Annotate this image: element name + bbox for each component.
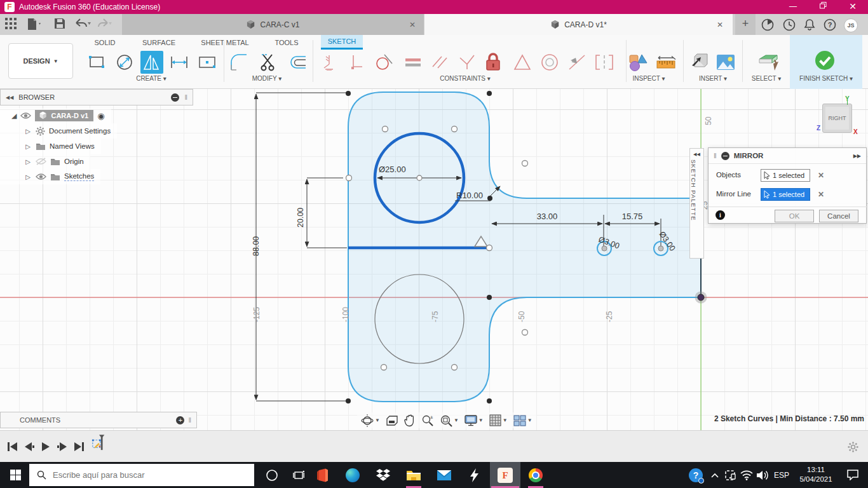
env-tab-sheet-metal[interactable]: SHEET METAL [194,35,256,50]
user-avatar[interactable]: JS [844,18,858,32]
browser-root-row[interactable]: ◢ CARA-D v1 ◉ [0,108,111,123]
taskbar-explorer-icon[interactable] [398,462,429,488]
file-menu-icon[interactable] [27,18,42,32]
objects-selection-button[interactable]: 1 selected [761,169,810,182]
mirror-line-clear-icon[interactable]: ✕ [818,190,824,199]
panel-grip-icon[interactable]: ‖ [188,416,191,424]
browser-item-document-settings[interactable]: ▷ Document Settings [0,123,117,139]
viewcube[interactable]: RIGHT [822,104,852,133]
minimize-button[interactable]: — [780,0,806,14]
job-status-clock-icon[interactable] [783,18,796,31]
cancel-button[interactable]: Cancel [819,210,858,222]
visibility-eye-icon[interactable] [20,112,31,119]
dim-20-text[interactable]: 20.00 [296,208,305,227]
eye-hidden-icon[interactable] [36,158,46,165]
env-tab-surface[interactable]: SURFACE [133,35,184,50]
origin-point[interactable] [698,294,704,301]
constraint-fix-lock-icon[interactable] [482,51,505,74]
mirror-dialog-header[interactable]: ‖ MIRROR ▶▶ [709,148,866,164]
constraint-polygon-icon[interactable] [511,51,534,74]
app-grid-icon[interactable] [5,18,20,32]
constraint-perpendicular-icon[interactable] [456,51,478,74]
visibility-eye-icon[interactable] [36,173,46,180]
measure-ruler-icon[interactable] [654,51,677,74]
orbit-tool[interactable]: ▼ [361,414,380,427]
expand-arrow-icon[interactable]: ▷ [24,158,32,165]
sketch-palette-collapsed[interactable]: ◀◀ SKETCH PALETTE [689,148,704,259]
timeline-step-back-button[interactable] [22,439,37,454]
dialog-expand-icon[interactable]: ▶▶ [853,153,861,159]
constraint-collinear-icon[interactable] [566,51,588,74]
finish-sketch-button[interactable] [813,49,836,72]
rectangle-tool[interactable] [85,51,108,74]
group-label-inspect[interactable]: INSPECT ▾ [617,75,681,82]
dim-33-text[interactable]: 33.00 [537,212,558,221]
workspace-selector[interactable]: DESIGN▼ [8,43,73,79]
pan-tool[interactable] [404,414,416,427]
search-input[interactable] [53,470,231,480]
restore-button[interactable] [810,0,836,14]
new-tab-button[interactable]: + [735,14,756,35]
taskbar-mail-icon[interactable] [429,462,459,488]
ok-button[interactable]: OK [775,210,814,222]
save-icon[interactable] [54,18,69,32]
dialog-grip-icon[interactable]: ‖ [714,152,717,159]
tab-cara-d[interactable]: CARA-D v1* ✕ [424,14,733,35]
constraint-horizontal-vertical-icon[interactable] [318,51,341,74]
point-tool[interactable] [196,51,219,74]
trim-tool[interactable] [256,51,279,74]
circle-tool[interactable] [113,51,136,74]
tray-tablet-mode-icon[interactable] [721,462,739,488]
cortana-button[interactable] [257,462,287,488]
action-center-icon[interactable] [840,462,865,488]
constraint-coincident-icon[interactable] [345,51,368,74]
dim-25-text[interactable]: Ø25.00 [379,165,406,174]
hole-point-right[interactable] [658,246,663,251]
constraint-equal-icon[interactable] [402,51,424,74]
timeline-go-start-button[interactable] [5,439,20,454]
browser-minimize-icon[interactable] [171,93,179,102]
viewports-tool[interactable]: ▼ [513,415,532,426]
taskbar-search[interactable] [29,464,254,486]
offset-tool[interactable] [286,51,309,74]
taskbar-bolt-icon[interactable] [459,462,490,488]
tray-language-indicator[interactable]: ESP [770,462,793,488]
tab-cara-c[interactable]: CARA-C v1 ✕ [122,14,424,35]
mirror-line-selection-button[interactable]: 1 selected [761,188,810,201]
timeline-go-end-button[interactable] [71,439,86,454]
dim-88-text[interactable]: 88.00 [252,236,261,256]
tab-close-icon[interactable]: ✕ [715,20,725,29]
env-tab-sketch[interactable]: SKETCH [321,35,363,50]
tray-wifi-icon[interactable] [738,462,756,488]
close-button[interactable]: ✕ [840,0,865,14]
constraint-parallel-icon[interactable] [428,51,451,74]
insert-image-icon[interactable] [714,51,737,74]
insert-derive-icon[interactable] [688,51,710,74]
timeline-sketch-feature[interactable] [92,436,107,451]
dim-1575-text[interactable]: 15.75 [622,212,643,221]
constraint-concentric-icon[interactable] [538,51,561,74]
constraint-symmetry-icon[interactable] [593,51,616,74]
env-tab-tools[interactable]: TOOLS [266,35,308,50]
viewcube-face-label[interactable]: RIGHT [825,107,849,130]
grid-snap-tool[interactable]: ▼ [489,414,508,426]
browser-item-sketches[interactable]: ▷ Sketches [0,169,100,184]
browser-header[interactable]: ◀◀ BROWSER ‖ [0,89,193,105]
look-at-tool[interactable] [386,415,398,426]
timeline-play-button[interactable] [38,439,53,454]
fillet-tool[interactable] [227,51,250,74]
expand-arrow-icon[interactable]: ▷ [24,143,32,150]
dialog-collapse-icon[interactable] [721,152,729,160]
group-label-create[interactable]: CREATE ▾ [119,75,183,82]
panel-grip-icon[interactable]: ‖ [184,93,187,101]
group-label-modify[interactable]: MODIFY ▾ [235,75,299,82]
expand-arrow-icon[interactable]: ▷ [24,128,32,135]
help-icon[interactable]: ? [824,18,836,31]
taskbar-chrome-icon[interactable] [520,462,551,488]
extensions-icon[interactable] [761,18,774,31]
timeline-step-forward-button[interactable] [55,439,70,454]
group-label-finish-sketch[interactable]: FINISH SKETCH ▾ [790,75,862,82]
activate-radio-icon[interactable]: ◉ [97,111,104,121]
tray-volume-icon[interactable] [754,462,771,488]
tab-close-icon[interactable]: ✕ [407,20,417,29]
